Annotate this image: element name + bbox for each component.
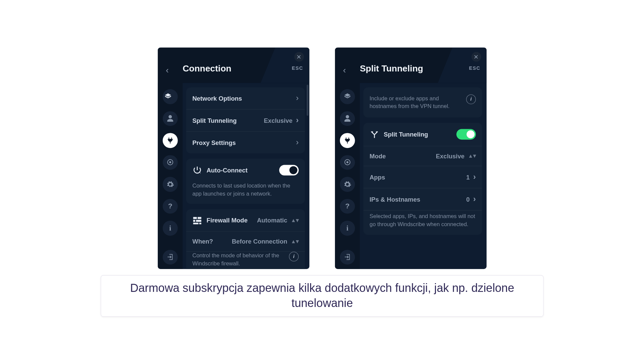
split-tunneling-footnote: Selected apps, IPs, and hostnames will n… <box>363 210 482 235</box>
close-button[interactable]: ✕ <box>471 52 481 61</box>
sidebar-item-account[interactable] <box>162 111 178 126</box>
target-icon <box>343 158 351 166</box>
chevron-left-icon: ‹ <box>343 65 346 75</box>
row-value: 0 <box>466 196 469 203</box>
row-value: Exclusive <box>436 152 464 159</box>
page-title: Split Tunneling <box>360 63 423 73</box>
svg-point-4 <box>346 161 348 163</box>
updown-icon: ▲▼ <box>468 153 476 159</box>
row-label: Auto-Connect <box>206 166 247 173</box>
page-title: Connection <box>183 63 231 73</box>
row-label: Firewall Mode <box>206 217 247 224</box>
scrollbar[interactable] <box>306 85 308 115</box>
chevron-right-icon: › <box>473 172 476 182</box>
row-split-tunneling[interactable]: Split Tunneling Exclusive › <box>186 109 305 132</box>
exit-icon <box>344 253 351 260</box>
chevron-right-icon: › <box>296 115 299 125</box>
chevron-right-icon: › <box>296 93 299 103</box>
row-label: IPs & Hostnames <box>369 196 420 203</box>
connection-list-card: Network Options › Split Tunneling Exclus… <box>186 87 305 153</box>
updown-icon: ▲▼ <box>291 217 298 223</box>
info-icon: i <box>346 224 348 232</box>
row-value: Automatic <box>257 217 287 224</box>
sidebar-item-help[interactable]: ? <box>162 199 178 213</box>
user-icon <box>343 114 351 122</box>
chevron-right-icon: › <box>296 138 299 147</box>
row-value: 1 <box>466 173 469 180</box>
sidebar-item-logout[interactable] <box>162 250 178 264</box>
row-auto-connect: A Auto-Connect <box>186 158 305 182</box>
row-firewall-mode[interactable]: Firewall Mode Automatic ▲▼ <box>186 209 305 231</box>
image-caption: Darmowa subskrypcja zapewnia kilka dodat… <box>101 275 544 317</box>
plug-icon <box>166 136 174 144</box>
sidebar-item-logout[interactable] <box>340 250 355 264</box>
panel-header: ✕ ESC ‹ Split Tunneling <box>335 47 486 83</box>
split-icon <box>369 130 379 139</box>
sidebar-item-advanced[interactable] <box>340 177 355 192</box>
sidebar-item-general[interactable] <box>340 89 355 104</box>
close-button[interactable]: ✕ <box>294 52 304 61</box>
gear-icon <box>343 180 351 188</box>
sidebar-item-robert[interactable] <box>340 155 355 169</box>
close-icon: ✕ <box>474 53 479 60</box>
updown-icon: ▲▼ <box>291 238 298 244</box>
settings-sidebar: ? i <box>158 83 183 269</box>
info-link-icon[interactable]: i <box>466 94 476 104</box>
row-label: Split Tunneling <box>384 131 428 138</box>
plug-icon <box>343 136 351 144</box>
info-link-icon[interactable]: i <box>289 252 299 261</box>
esc-label: ESC <box>469 65 480 70</box>
user-icon <box>166 114 174 122</box>
row-mode[interactable]: Mode Exclusive ▲▼ <box>363 146 482 166</box>
gear-icon <box>166 180 174 188</box>
row-network-options[interactable]: Network Options › <box>186 87 305 109</box>
chevron-right-icon: › <box>473 195 476 204</box>
panel-connection: ✕ ESC ‹ Connection <box>156 46 311 271</box>
sidebar-item-about[interactable]: i <box>340 220 355 235</box>
row-label: Mode <box>369 152 386 159</box>
power-icon: A <box>192 165 202 175</box>
row-label: Split Tunneling <box>192 117 237 124</box>
row-split-tunneling-toggle: Split Tunneling <box>363 123 482 146</box>
layers-icon <box>343 92 351 100</box>
split-tunneling-content: Include or exclude apps and hostnames fr… <box>360 83 487 269</box>
row-value: Exclusive <box>264 117 292 124</box>
row-proxy-settings[interactable]: Proxy Settings › <box>186 132 305 153</box>
split-tunneling-settings-card: Split Tunneling Mode Exclusive ▲▼ <box>363 123 482 235</box>
sidebar-item-connection[interactable] <box>162 133 178 148</box>
row-label: Apps <box>369 173 385 180</box>
target-icon <box>166 158 174 166</box>
exit-icon <box>166 253 174 260</box>
auto-connect-description: Connects to last used location when the … <box>186 182 305 204</box>
panel-split-tunneling: ✕ ESC ‹ Split Tunneling <box>333 46 488 271</box>
auto-connect-toggle[interactable] <box>279 165 298 175</box>
layers-icon <box>164 92 172 100</box>
sidebar-item-help[interactable]: ? <box>340 199 355 213</box>
sidebar-item-connection[interactable] <box>340 133 355 148</box>
row-firewall-when[interactable]: When? Before Connection ▲▼ <box>186 232 305 252</box>
row-label: Network Options <box>192 95 242 102</box>
sidebar-item-robert[interactable] <box>162 155 178 169</box>
back-button[interactable]: ‹ <box>343 65 346 75</box>
question-icon: ? <box>168 202 172 210</box>
sidebar-item-advanced[interactable] <box>162 177 178 192</box>
close-icon: ✕ <box>296 53 302 60</box>
chevron-left-icon: ‹ <box>166 65 169 75</box>
firewall-card: Firewall Mode Automatic ▲▼ When? <box>186 209 305 269</box>
sidebar-item-account[interactable] <box>340 111 355 126</box>
split-tunneling-intro-card: Include or exclude apps and hostnames fr… <box>363 87 482 117</box>
info-icon: i <box>169 224 171 232</box>
back-button[interactable]: ‹ <box>166 65 169 75</box>
connection-content: Network Options › Split Tunneling Exclus… <box>183 83 309 269</box>
intro-text: Include or exclude apps and hostnames fr… <box>363 87 482 117</box>
svg-text:A: A <box>198 170 201 174</box>
row-label: Proxy Settings <box>192 139 236 146</box>
row-apps[interactable]: Apps 1 › <box>363 166 482 188</box>
sidebar-item-about[interactable]: i <box>162 220 178 235</box>
split-tunneling-toggle[interactable] <box>456 129 476 140</box>
question-icon: ? <box>345 202 349 210</box>
sidebar-item-general[interactable] <box>162 89 178 104</box>
panel-header: ✕ ESC ‹ Connection <box>158 47 309 83</box>
row-ips-hostnames[interactable]: IPs & Hostnames 0 › <box>363 188 482 210</box>
row-value: Before Connection <box>232 238 287 245</box>
